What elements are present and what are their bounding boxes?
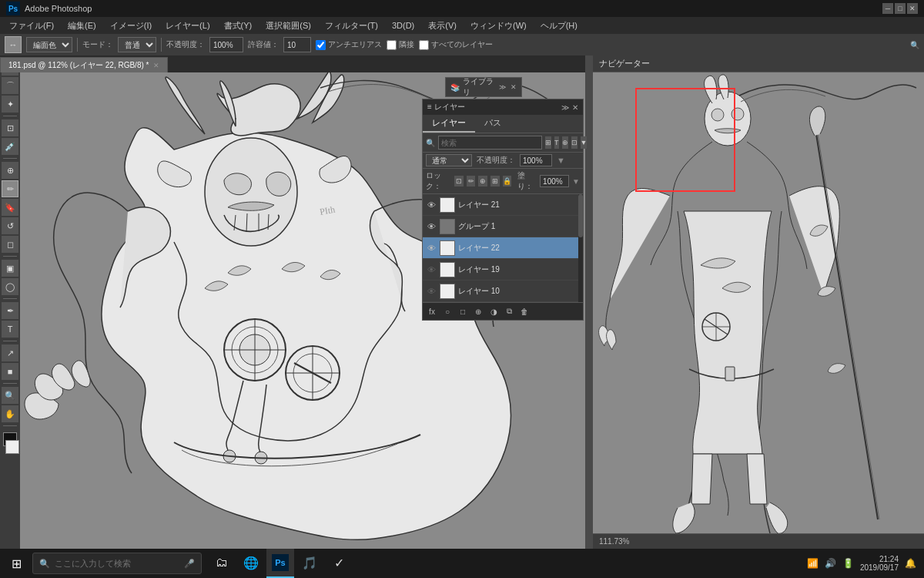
layer-visibility-21[interactable]: 👁 <box>426 200 437 210</box>
tool-dodge[interactable]: ◯ <box>2 278 18 295</box>
tolerance-input[interactable] <box>283 37 311 52</box>
library-collapse[interactable]: ≫ <box>499 83 506 91</box>
opacity-input[interactable] <box>520 154 552 166</box>
menu-layer[interactable]: レイヤー(L) <box>159 18 216 33</box>
menu-select[interactable]: 選択範囲(S) <box>259 18 317 33</box>
layer-item-21[interactable]: 👁 レイヤー 21 <box>423 194 583 216</box>
close-button[interactable]: ✕ <box>907 3 918 14</box>
tool-eraser[interactable]: ◻ <box>2 236 18 253</box>
opacity-input[interactable] <box>209 37 243 52</box>
tool-zoom[interactable]: 🔍 <box>2 387 18 404</box>
blend-mode-select[interactable]: 普通 <box>118 37 156 52</box>
layers-add-mask-button[interactable]: ○ <box>441 305 454 318</box>
menu-type[interactable]: 書式(Y) <box>218 18 259 33</box>
layer-visibility-22[interactable]: 👁 <box>426 243 437 254</box>
layer-visibility-19[interactable]: 👁 <box>426 264 437 275</box>
fill-input[interactable] <box>540 175 569 187</box>
layers-panel-close[interactable]: ✕ <box>572 103 578 112</box>
taskbar-clock[interactable]: 21:24 2019/09/17 <box>860 555 899 572</box>
layer-item-22[interactable]: 👁 レイヤー 22 <box>423 237 583 259</box>
taskbar-network-icon[interactable]: 📶 <box>807 558 819 569</box>
tool-eyedropper[interactable]: 💉 <box>2 138 18 155</box>
layers-icon-effect[interactable]: ⊕ <box>562 136 568 149</box>
tool-clone[interactable]: 🔖 <box>2 199 18 216</box>
taskbar-app-fileexplorer[interactable]: 🗂 <box>208 549 236 578</box>
layers-new-layer-button[interactable]: ⊕ <box>472 305 484 318</box>
layer-item-10[interactable]: 👁 レイヤー 10 <box>423 281 583 302</box>
layers-scrollbar[interactable] <box>578 194 583 302</box>
layers-panel-collapse[interactable]: ≫ <box>561 103 569 112</box>
minimize-button[interactable]: ─ <box>882 3 893 14</box>
background-color[interactable] <box>5 440 19 454</box>
titlebar-controls[interactable]: ─ □ ✕ <box>882 3 918 14</box>
library-close[interactable]: ✕ <box>511 83 517 91</box>
taskbar-app-music[interactable]: 🎵 <box>296 549 323 578</box>
tool-move[interactable]: ↔ <box>5 36 22 53</box>
taskbar-battery-icon[interactable]: 🔋 <box>842 558 854 569</box>
tab-layers[interactable]: レイヤー <box>423 115 475 133</box>
mode-select[interactable]: 編面色 <box>26 37 72 52</box>
layers-new-fill-button[interactable]: ◑ <box>487 305 500 318</box>
menu-3d[interactable]: 3D(D) <box>386 19 420 32</box>
layers-icon-new-group[interactable]: ⊞ <box>545 136 551 149</box>
taskbar-start-button[interactable]: ⊞ <box>0 549 32 578</box>
tool-history-brush[interactable]: ↺ <box>2 217 18 234</box>
taskbar-search-input[interactable] <box>55 559 179 568</box>
layers-search-input[interactable] <box>438 136 542 150</box>
lock-all-icon[interactable]: 🔒 <box>503 176 512 187</box>
layer-item-19[interactable]: 👁 レイヤー 19 <box>423 259 583 281</box>
tool-shape[interactable]: ■ <box>2 363 18 380</box>
lock-position-icon[interactable]: ⊕ <box>478 176 487 187</box>
lock-artboard-icon[interactable]: ⊞ <box>490 176 500 187</box>
menu-help[interactable]: ヘルプ(H) <box>534 18 584 33</box>
layer-thumbnail-21 <box>440 197 455 213</box>
layers-scroll-down[interactable]: ▼ <box>581 136 588 149</box>
tool-hand[interactable]: ✋ <box>2 405 18 422</box>
active-tab[interactable]: 181.psd @ 112% (レイヤー 22, RGB/8) * ✕ <box>0 57 168 72</box>
blend-mode-select[interactable]: 通常 <box>426 154 472 166</box>
layers-duplicate-button[interactable]: ⧉ <box>503 305 515 318</box>
taskbar-app-photoshop[interactable]: Ps <box>266 549 294 578</box>
library-panel[interactable]: 📚 ライブラリ ≫ ✕ <box>445 77 522 97</box>
lock-transparency-icon[interactable]: ⊡ <box>454 176 464 187</box>
taskbar-mic-icon[interactable]: 🎤 <box>184 559 195 569</box>
taskbar-speaker-icon[interactable]: 🔊 <box>825 558 836 569</box>
tool-crop[interactable]: ⊡ <box>2 119 18 136</box>
tool-gradient[interactable]: ▣ <box>2 260 18 277</box>
layers-new-group-button[interactable]: □ <box>457 305 469 318</box>
tab-close-button[interactable]: ✕ <box>153 62 159 69</box>
taskbar-search-bar[interactable]: 🔍 🎤 <box>32 553 202 574</box>
menu-filter[interactable]: フィルター(T) <box>319 18 384 33</box>
tool-magic-wand[interactable]: ✦ <box>2 96 18 113</box>
tab-paths[interactable]: パス <box>475 115 511 133</box>
all-layers-checkbox[interactable] <box>419 40 429 50</box>
layer-visibility-group1[interactable]: 👁 <box>426 221 437 232</box>
search-icon[interactable]: 🔍 <box>910 41 919 49</box>
tool-path-select[interactable]: ↗ <box>2 344 18 361</box>
antialias-checkbox[interactable] <box>316 40 326 50</box>
layers-delete-button[interactable]: 🗑 <box>518 305 531 318</box>
menu-window[interactable]: ウィンドウ(W) <box>464 18 533 33</box>
tool-healing[interactable]: ⊕ <box>2 162 18 179</box>
menu-edit[interactable]: 編集(E) <box>62 18 102 33</box>
maximize-button[interactable]: □ <box>895 3 906 14</box>
layers-icon-mode[interactable]: ⊡ <box>571 136 578 149</box>
layers-icon-type[interactable]: T <box>554 136 559 149</box>
navigator-titlebar: ナビゲーター <box>593 55 924 72</box>
tool-pen[interactable]: ✒ <box>2 302 18 319</box>
tool-text[interactable]: T <box>2 321 18 338</box>
tool-lasso[interactable]: ⌒ <box>2 77 18 94</box>
taskbar-notification-icon[interactable]: 🔔 <box>905 558 916 569</box>
lock-brush-icon[interactable]: ✏ <box>467 176 476 187</box>
layer-item-group1[interactable]: 👁 グループ 1 <box>423 216 583 237</box>
menu-view[interactable]: 表示(V) <box>422 18 463 33</box>
taskbar-app-check[interactable]: ✓ <box>325 549 353 578</box>
layer-visibility-10[interactable]: 👁 <box>426 286 437 297</box>
tool-brush[interactable]: ✏ <box>2 180 18 197</box>
menu-image[interactable]: イメージ(I) <box>104 18 158 33</box>
taskbar-app-browser[interactable]: 🌐 <box>237 549 265 578</box>
layers-add-style-button[interactable]: fx <box>426 305 438 318</box>
layers-scroll-thumb[interactable] <box>578 194 583 237</box>
adjacent-checkbox[interactable] <box>387 40 397 50</box>
menu-file[interactable]: ファイル(F) <box>3 18 60 33</box>
